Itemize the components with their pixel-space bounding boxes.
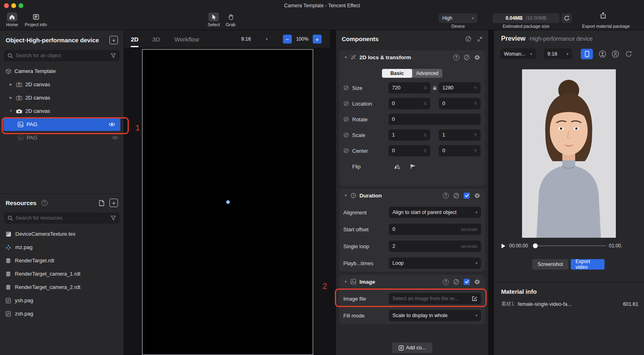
body-detect-icon[interactable]: [611, 50, 619, 58]
object-search-input[interactable]: [16, 53, 108, 58]
add-component-button[interactable]: Add co...: [392, 343, 432, 353]
help-icon[interactable]: ?: [443, 193, 449, 199]
device-quality-select[interactable]: High ▾: [439, 13, 477, 23]
new-resource-file-icon[interactable]: [99, 200, 105, 206]
anchor-point[interactable]: [226, 200, 230, 204]
visibility-eye-icon[interactable]: [109, 122, 115, 127]
help-icon[interactable]: ?: [41, 200, 47, 206]
rotate-input[interactable]: 0: [388, 114, 481, 125]
device-preview-button[interactable]: [581, 49, 593, 59]
tab-advanced[interactable]: Advanced: [412, 69, 442, 78]
duration-enabled-checkbox[interactable]: [464, 193, 470, 199]
tree-item-camera-template[interactable]: Camera Template: [0, 64, 124, 78]
slider-thumb[interactable]: [533, 243, 538, 248]
canvas-stage[interactable]: [142, 49, 313, 355]
section-expanded-icon[interactable]: ▼: [344, 56, 347, 59]
keyframe-icon[interactable]: [343, 101, 349, 106]
play-button[interactable]: [501, 243, 506, 249]
export-package-button[interactable]: [596, 12, 610, 19]
refresh-preview-icon[interactable]: [625, 50, 632, 58]
export-video-button[interactable]: Export video: [571, 259, 605, 270]
maximize-window-icon[interactable]: [19, 3, 23, 8]
image-section-header[interactable]: ▼ Image ?: [339, 275, 485, 289]
resource-item[interactable]: RenderTarget_camera_1.rdt: [0, 267, 124, 280]
reset-icon[interactable]: [453, 193, 459, 199]
home-button[interactable]: Home: [3, 12, 21, 27]
tree-item-2d-canvas-2[interactable]: ▶ 2D canvas: [0, 91, 124, 104]
keyframe-icon[interactable]: [343, 116, 349, 122]
keyframe-icon[interactable]: [343, 148, 349, 154]
aspect-ratio-select[interactable]: 9:16 ▾: [237, 33, 271, 45]
image-enabled-checkbox[interactable]: [464, 279, 470, 285]
timeline-slider[interactable]: [533, 243, 606, 248]
transform-section-header[interactable]: ▼ 2D locs & transform ?: [339, 50, 485, 64]
expand-collapsed-icon[interactable]: ▶: [9, 83, 13, 86]
tab-workflow[interactable]: Workflow: [174, 31, 199, 47]
playback-times-select[interactable]: Loop ▾: [389, 257, 481, 269]
tab-3d[interactable]: 3D: [152, 31, 160, 47]
flip-horizontal-icon[interactable]: [389, 164, 405, 169]
object-search[interactable]: [4, 50, 120, 61]
refresh-package-button[interactable]: [561, 13, 572, 23]
screenshot-button[interactable]: Screenshot: [532, 259, 568, 270]
duration-section-header[interactable]: ▼ Duration ?: [339, 189, 485, 202]
image-file-picker[interactable]: Select an image from the re...: [389, 293, 481, 304]
filter-icon[interactable]: [111, 216, 116, 220]
tree-item-pag-selected[interactable]: PAG: [3, 118, 120, 131]
keyframe-icon[interactable]: [343, 132, 349, 138]
preview-model-select[interactable]: Woman...▾: [500, 48, 536, 59]
preview-video-frame[interactable]: [522, 69, 616, 238]
resource-item[interactable]: RenderTarget.rdt: [0, 254, 124, 267]
gear-icon[interactable]: [474, 193, 480, 199]
expand-collapsed-icon[interactable]: ▶: [9, 96, 13, 100]
section-expanded-icon[interactable]: ▼: [344, 194, 347, 197]
add-resource-button[interactable]: +: [109, 199, 118, 207]
filter-icon[interactable]: [111, 53, 116, 58]
resource-item[interactable]: RenderTarget_camera_2.rdt: [0, 280, 124, 294]
reset-icon[interactable]: [453, 279, 459, 285]
tab-2d[interactable]: 2D: [131, 31, 138, 47]
alignment-select[interactable]: Align to start of parent object ▾: [389, 207, 481, 218]
center-y-input[interactable]: 0Y: [439, 145, 481, 156]
center-x-input[interactable]: 0X: [388, 145, 430, 156]
start-offset-input[interactable]: 0 seconds: [389, 224, 481, 235]
tree-item-2d-canvas-3[interactable]: ▼ 2D canvas: [0, 104, 124, 118]
collapse-panel-icon[interactable]: [477, 36, 483, 42]
location-x-input[interactable]: 0X: [388, 98, 430, 109]
resource-item[interactable]: DeviceCameraTexture.tex: [0, 227, 124, 241]
add-object-button[interactable]: +: [109, 36, 118, 44]
minimize-window-icon[interactable]: [11, 3, 16, 8]
fill-mode-select[interactable]: Scale to display in whole ▾: [389, 310, 481, 321]
scale-x-input[interactable]: 1X: [388, 129, 430, 141]
reset-all-icon[interactable]: [465, 36, 471, 42]
size-y-input[interactable]: 1280Y: [439, 82, 481, 93]
resources-search[interactable]: [4, 212, 120, 224]
edit-icon[interactable]: [472, 296, 477, 301]
help-icon[interactable]: ?: [453, 54, 459, 60]
help-icon[interactable]: ?: [443, 279, 449, 285]
single-loop-input[interactable]: 2 seconds: [389, 241, 481, 252]
scale-y-input[interactable]: 1Y: [439, 129, 481, 141]
size-x-input[interactable]: 720X: [388, 82, 430, 93]
zoom-in-button[interactable]: +: [313, 35, 322, 44]
expand-expanded-icon[interactable]: ▼: [9, 109, 13, 113]
keyframe-icon[interactable]: [343, 85, 349, 91]
project-info-button[interactable]: Project info: [23, 12, 49, 27]
resource-item[interactable]: ysh.pag: [0, 294, 124, 307]
gear-icon[interactable]: [474, 279, 480, 285]
tree-item-pag-hidden[interactable]: PAG: [0, 131, 124, 144]
tree-item-2d-canvas-1[interactable]: ▶ 2D canvas: [0, 78, 124, 91]
tab-basic[interactable]: Basic: [382, 69, 412, 78]
zoom-out-button[interactable]: −: [283, 35, 292, 44]
select-tool-button[interactable]: Select: [205, 12, 223, 27]
close-window-icon[interactable]: [4, 3, 9, 8]
location-y-input[interactable]: 0Y: [439, 98, 481, 109]
grab-tool-button[interactable]: Grab: [223, 12, 239, 27]
visibility-eye-icon[interactable]: [112, 135, 118, 140]
material-row[interactable]: 素材1: female-single-video-fa... 601.61: [494, 295, 644, 307]
resource-item[interactable]: zsh.pag: [0, 307, 124, 320]
gear-icon[interactable]: [474, 54, 480, 60]
reset-icon[interactable]: [464, 54, 470, 60]
section-expanded-icon[interactable]: ▼: [344, 280, 347, 284]
resource-item[interactable]: mz.pag: [0, 241, 124, 254]
